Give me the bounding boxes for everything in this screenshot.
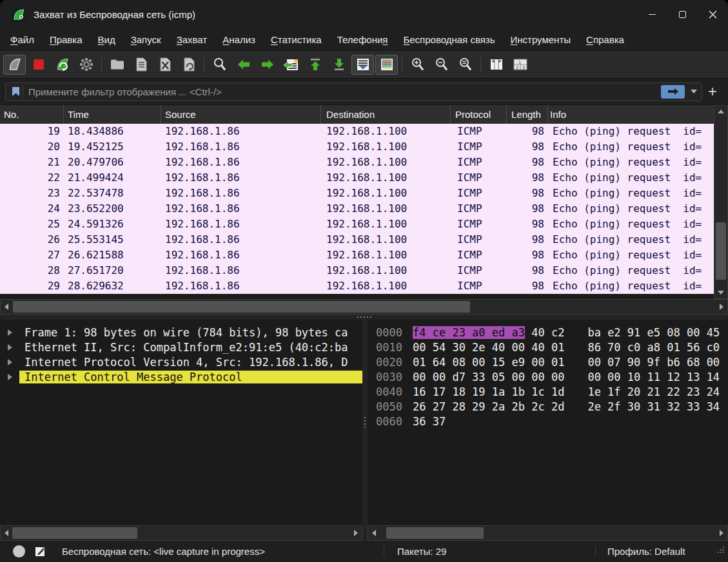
toolbar-separator [101, 57, 102, 72]
interface-status: Беспроводная сеть: <live capture in prog… [62, 546, 265, 557]
filter-bookmark-icon[interactable] [9, 85, 23, 99]
column-header-source[interactable]: Source [161, 105, 321, 124]
scroll-right-icon[interactable] [350, 526, 362, 540]
scrollbar-thumb[interactable] [716, 222, 726, 280]
scroll-left-icon[interactable] [1, 300, 12, 314]
menu-item[interactable]: Запуск [123, 32, 169, 48]
packet-list-vscrollbar[interactable] [714, 105, 728, 299]
scroll-right-icon[interactable] [716, 526, 727, 540]
go-to-packet-button[interactable] [280, 55, 302, 75]
colorize-button[interactable] [375, 55, 398, 75]
scrollbar-thumb[interactable] [12, 527, 137, 539]
next-packet-button[interactable] [256, 55, 279, 75]
scroll-up-icon[interactable] [714, 106, 727, 117]
packet-row[interactable]: 26 25.553145 192.168.1.86 192.168.1.100 … [0, 232, 714, 247]
column-header-no[interactable]: No. [0, 105, 64, 124]
zoom-in-button[interactable] [406, 55, 429, 75]
packet-row[interactable]: 19 18.434886 192.168.1.86 192.168.1.100 … [0, 124, 714, 139]
scroll-down-icon[interactable] [714, 287, 727, 298]
hex-row[interactable]: 006036 37 [373, 414, 728, 429]
column-header-info[interactable]: Info [548, 105, 714, 124]
menubar: ФайлПравкаВидЗапускЗахватАнализСтатистик… [0, 29, 728, 50]
menu-item[interactable]: Справка [578, 32, 632, 48]
filter-placeholder: Примените фильтр отображения ... <Ctrl-/… [28, 86, 661, 97]
protocol-tree-item[interactable]: Frame 1: 98 bytes on wire (784 bits), 98… [0, 325, 362, 340]
scroll-left-icon[interactable] [368, 526, 380, 540]
filter-history-dropdown[interactable] [689, 90, 699, 93]
add-filter-button[interactable]: + [702, 84, 723, 99]
packet-row[interactable]: 29 28.629632 192.168.1.86 192.168.1.100 … [0, 278, 714, 294]
hex-row[interactable]: 002001 64 08 00 15 e9 00 0100 07 90 9f b… [373, 354, 728, 369]
expander-icon[interactable] [0, 344, 19, 351]
hex-row[interactable]: 0000f4 ce 23 a0 ed a3 40 c2ba e2 91 e5 0… [373, 325, 728, 340]
packet-row[interactable]: 20 19.452125 192.168.1.86 192.168.1.100 … [0, 139, 714, 155]
resize-columns-button[interactable] [485, 55, 507, 75]
column-header-destination[interactable]: Destination [321, 105, 451, 124]
column-header-protocol[interactable]: Protocol [451, 105, 507, 124]
menu-item[interactable]: Беспроводная связь [395, 32, 502, 48]
packet-row[interactable]: 28 27.651720 192.168.1.86 192.168.1.100 … [0, 263, 714, 278]
scroll-right-icon[interactable] [716, 300, 727, 314]
auto-scroll-button[interactable] [351, 55, 374, 75]
menu-item[interactable]: Инструменты [503, 32, 579, 48]
expander-icon[interactable] [0, 374, 19, 380]
layout-button[interactable]: 123 [509, 55, 531, 75]
maximize-button[interactable] [667, 0, 698, 29]
open-file-button[interactable] [106, 55, 128, 75]
menu-item[interactable]: Анализ [215, 32, 263, 48]
hex-row[interactable]: 004016 17 18 19 1a 1b 1c 1d1e 1f 20 21 2… [373, 384, 728, 399]
hex-row[interactable]: 003000 00 d7 33 05 00 00 0000 00 10 11 1… [373, 369, 728, 384]
packet-row[interactable]: 25 24.591326 192.168.1.86 192.168.1.100 … [0, 217, 714, 232]
resize-grip[interactable] [716, 545, 725, 556]
column-header-length[interactable]: Length [507, 105, 548, 124]
details-hscrollbar[interactable] [0, 525, 362, 541]
first-packet-button[interactable] [304, 55, 326, 75]
capture-comment-icon[interactable] [34, 545, 46, 557]
scrollbar-thumb[interactable] [386, 527, 484, 539]
menu-item[interactable]: Телефония [330, 32, 396, 48]
protocol-tree-item[interactable]: Internet Protocol Version 4, Src: 192.16… [0, 354, 362, 369]
reload-file-button[interactable] [177, 55, 200, 75]
menu-item[interactable]: Правка [42, 32, 90, 48]
column-header-time[interactable]: Time [64, 105, 161, 124]
previous-packet-button[interactable] [232, 55, 255, 75]
save-file-button[interactable] [130, 55, 152, 75]
packet-row[interactable]: 22 21.499424 192.168.1.86 192.168.1.100 … [0, 170, 714, 186]
bytes-hscrollbar[interactable] [368, 525, 728, 541]
last-packet-button[interactable] [328, 55, 350, 75]
hex-row[interactable]: 005026 27 28 29 2a 2b 2c 2d2e 2f 30 31 3… [373, 399, 728, 414]
scroll-left-icon[interactable] [1, 526, 12, 540]
apply-filter-button[interactable] [661, 85, 685, 99]
expert-info-icon[interactable] [13, 545, 25, 557]
packet-row[interactable]: 24 23.652200 192.168.1.86 192.168.1.100 … [0, 201, 714, 217]
zoom-reset-button[interactable] [454, 55, 477, 75]
protocol-tree-item[interactable]: Ethernet II, Src: CompalInform_e2:91:e5 … [0, 340, 362, 354]
menu-item[interactable]: Захват [169, 32, 215, 48]
packet-list-hscrollbar[interactable] [0, 299, 728, 315]
packet-row[interactable]: 27 26.621588 192.168.1.86 192.168.1.100 … [0, 247, 714, 263]
expander-icon[interactable] [0, 359, 19, 365]
protocol-tree-item[interactable]: Internet Control Message Protocol [0, 369, 362, 384]
capture-options-button[interactable] [75, 55, 97, 75]
packet-row[interactable]: 23 22.537478 192.168.1.86 192.168.1.100 … [0, 186, 714, 201]
minimize-button[interactable] [637, 0, 667, 29]
profile-label[interactable]: Профиль: Default [607, 546, 685, 557]
hex-row[interactable]: 001000 54 30 2e 40 00 40 0186 70 c0 a8 0… [373, 340, 728, 354]
display-filter-input[interactable]: Примените фильтр отображения ... <Ctrl-/… [5, 82, 702, 101]
start-capture-button[interactable] [3, 55, 26, 75]
scrollbar-thumb[interactable] [13, 301, 470, 313]
pane-splitter-vertical[interactable] [362, 320, 368, 525]
expander-icon[interactable] [0, 329, 19, 336]
close-button[interactable] [698, 0, 728, 29]
restart-capture-button[interactable] [51, 55, 74, 75]
packet-row[interactable]: 21 20.479706 192.168.1.86 192.168.1.100 … [0, 155, 714, 170]
stop-capture-button[interactable] [27, 55, 50, 75]
pane-splitter-horizontal[interactable] [0, 315, 728, 320]
menu-item[interactable]: Вид [90, 32, 123, 48]
packet-rows: 19 18.434886 192.168.1.86 192.168.1.100 … [0, 124, 714, 294]
find-packet-button[interactable] [208, 55, 231, 75]
menu-item[interactable]: Файл [3, 32, 42, 48]
zoom-out-button[interactable] [430, 55, 453, 75]
menu-item[interactable]: Статистика [263, 32, 330, 48]
close-file-button[interactable] [153, 55, 176, 75]
